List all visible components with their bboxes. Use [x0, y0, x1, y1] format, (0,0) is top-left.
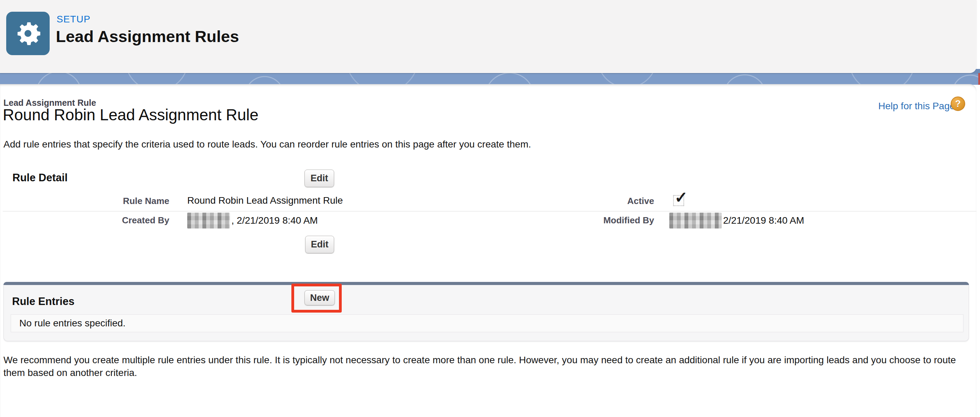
page-title: Round Robin Lead Assignment Rule: [3, 105, 259, 124]
detail-row-divider: [3, 211, 977, 212]
edit-button-bottom[interactable]: Edit: [305, 236, 334, 253]
footer-recommendation-note: We recommend you create multiple rule en…: [3, 354, 969, 379]
edit-button-top[interactable]: Edit: [304, 170, 334, 187]
modified-by-label: Modified By: [538, 215, 654, 226]
new-rule-entry-button[interactable]: New: [304, 290, 335, 305]
empty-message: No rule entries specified.: [19, 318, 126, 329]
active-label: Active: [538, 196, 654, 206]
gear-icon: [6, 12, 50, 55]
help-for-this-page-link[interactable]: Help for this Page: [878, 101, 955, 112]
setup-header: SETUP Lead Assignment Rules: [0, 0, 977, 73]
modified-by-date: 2/21/2019 8:40 AM: [723, 215, 804, 226]
redacted-user-name: [669, 212, 722, 228]
modified-by-value: 2/21/2019 8:40 AM: [669, 211, 804, 230]
rule-entries-heading: Rule Entries: [12, 295, 75, 308]
rule-name-label: Rule Name: [48, 196, 169, 206]
created-by-label: Created By: [48, 215, 169, 226]
created-by-date: , 2/21/2019 8:40 AM: [231, 215, 318, 226]
setup-page: SETUP Lead Assignment Rules Lead Assignm…: [0, 0, 980, 417]
rule-detail-heading: Rule Detail: [13, 171, 68, 184]
edge-red-sliver: [978, 73, 980, 85]
rule-name-value: Round Robin Lead Assignment Rule: [187, 194, 343, 208]
rule-entries-section: Rule Entries No rule entries specified.: [3, 282, 969, 341]
redacted-user-name: [187, 212, 230, 228]
setup-eyebrow: SETUP: [57, 14, 90, 25]
page-description: Add rule entries that specify the criter…: [3, 139, 531, 150]
active-checkbox-checked-icon: ✓: [673, 195, 684, 206]
rule-entries-header-bar: [3, 282, 969, 285]
help-question-icon[interactable]: ?: [951, 97, 965, 111]
rule-entries-body: Rule Entries No rule entries specified.: [3, 285, 969, 341]
created-by-value: , 2/21/2019 8:40 AM: [187, 211, 318, 230]
checkmark-icon: ✓: [675, 190, 688, 205]
setup-title: Lead Assignment Rules: [56, 27, 239, 46]
rule-entries-empty-box: No rule entries specified.: [11, 314, 963, 332]
